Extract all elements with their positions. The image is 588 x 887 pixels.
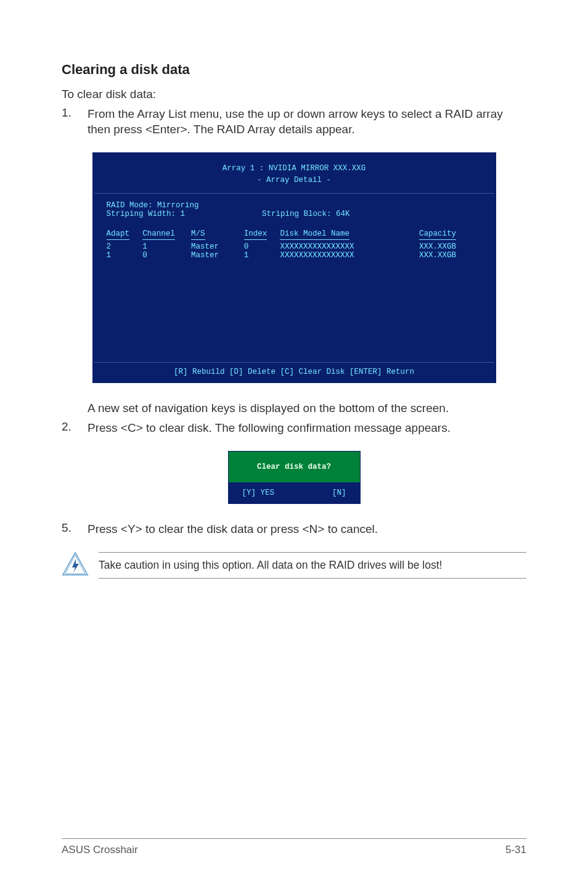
table-header-row: Adapt Channel M/S Index Disk Model Name …: [107, 229, 482, 242]
step-list-5: 5. Press <Y> to clear the disk data or p…: [62, 521, 526, 537]
step-list-1: 1. From the Array List menu, use the up …: [62, 106, 526, 138]
col-disk: Disk Model Name: [280, 229, 349, 240]
page-footer: ASUS Crosshair 5-31: [62, 838, 526, 856]
bios-footer-keys: [R] Rebuild [D] Delete [C] Clear Disk [E…: [94, 363, 494, 381]
cell-index: 1: [244, 251, 280, 260]
raid-mode: RAID Mode: Mirroring: [107, 201, 482, 210]
footer-right: 5-31: [505, 844, 526, 856]
bios-title-1: Array 1 : NVIDIA MIRROR XXX.XXG: [94, 163, 494, 175]
striping-width: Striping Width: 1: [107, 210, 186, 218]
dialog-yes: [Y] YES: [242, 489, 275, 497]
cell-adapt: 1: [107, 251, 143, 260]
step-1: 1. From the Array List menu, use the up …: [62, 106, 526, 138]
bios-title-2: - Array Detail -: [94, 175, 494, 186]
dialog-title: Clear disk data?: [229, 452, 360, 482]
col-ms: M/S: [191, 229, 205, 240]
step-2: 2. Press <C> to clear disk. The followin…: [62, 420, 526, 436]
col-channel: Channel: [142, 229, 175, 240]
step-number: 5.: [62, 521, 88, 537]
cell-ms: Master: [191, 242, 244, 251]
step-number: 2.: [62, 420, 88, 436]
dialog-no: [N]: [332, 489, 346, 497]
svg-marker-2: [72, 559, 79, 572]
table-row: 2 1 Master 0 XXXXXXXXXXXXXXXX XXX.XXGB: [107, 242, 482, 251]
bios-table: Adapt Channel M/S Index Disk Model Name …: [107, 229, 482, 260]
dialog-buttons: [Y] YES [N]: [229, 482, 360, 503]
col-index: Index: [244, 229, 267, 240]
after-bios-text: A new set of navigation keys is displaye…: [88, 400, 449, 416]
cell-disk: XXXXXXXXXXXXXXXX: [280, 251, 419, 260]
step-text: Press <Y> to clear the disk data or pres…: [88, 521, 378, 537]
bios-header: Array 1 : NVIDIA MIRROR XXX.XXG - Array …: [94, 154, 494, 194]
note-text: Take caution in using this option. All d…: [99, 552, 526, 579]
step-text: From the Array List menu, use the up or …: [88, 106, 526, 138]
confirm-dialog: Clear disk data? [Y] YES [N]: [228, 451, 361, 504]
cell-channel: 1: [142, 242, 191, 251]
step-number: 1.: [62, 106, 88, 138]
bios-table-header: Adapt Channel M/S Index Disk Model Name …: [94, 218, 494, 263]
striping-block: Striping Block: 64K: [262, 210, 350, 218]
lightning-warning-icon: [62, 551, 89, 579]
cell-cap: XXX.XXGB: [419, 242, 482, 251]
step-text: Press <C> to clear disk. The following c…: [88, 420, 451, 436]
step-list-2: 2. Press <C> to clear disk. The followin…: [62, 420, 526, 436]
bios-array-detail-panel: Array 1 : NVIDIA MIRROR XXX.XXG - Array …: [92, 152, 496, 384]
bios-info-block: RAID Mode: Mirroring Striping Width: 1 S…: [94, 194, 494, 218]
col-adapt: Adapt: [107, 229, 130, 240]
intro-text: To clear disk data:: [62, 86, 526, 102]
col-cap: Capacity: [419, 229, 456, 240]
table-row: 1 0 Master 1 XXXXXXXXXXXXXXXX XXX.XXGB: [107, 251, 482, 260]
after-bios-note: A new set of navigation keys is displaye…: [62, 400, 526, 416]
cell-ms: Master: [191, 251, 244, 260]
section-heading: Clearing a disk data: [62, 62, 526, 78]
striping-row: Striping Width: 1 Striping Block: 64K: [107, 210, 482, 218]
cell-index: 0: [244, 242, 280, 251]
caution-note: Take caution in using this option. All d…: [62, 551, 526, 579]
cell-adapt: 2: [107, 242, 143, 251]
cell-disk: XXXXXXXXXXXXXXXX: [280, 242, 419, 251]
bios-spacer: [94, 263, 494, 362]
footer-left: ASUS Crosshair: [62, 844, 138, 856]
step-5: 5. Press <Y> to clear the disk data or p…: [62, 521, 526, 537]
cell-channel: 0: [142, 251, 191, 260]
cell-cap: XXX.XXGB: [419, 251, 482, 260]
